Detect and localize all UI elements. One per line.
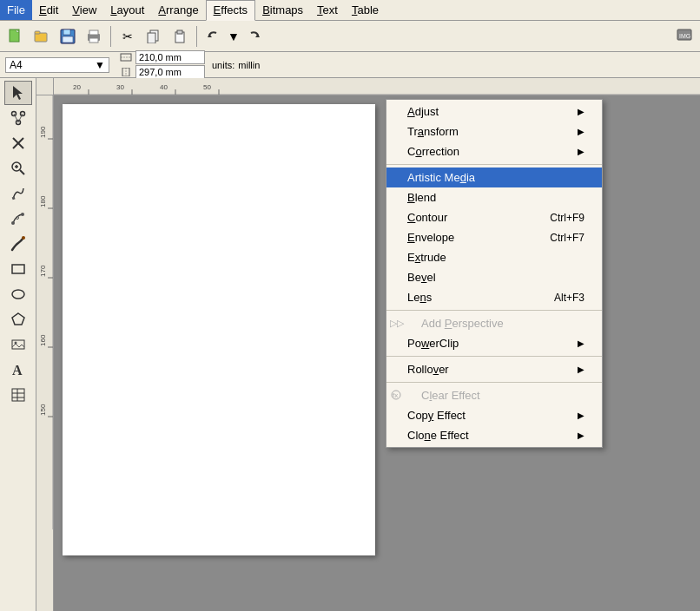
svg-marker-41 — [12, 313, 24, 325]
menu-table[interactable]: Table — [345, 0, 386, 20]
menu-item-blend[interactable]: Blend — [386, 187, 602, 207]
menu-item-clone-effect[interactable]: Clone Effect ▶ — [386, 425, 602, 445]
svg-rect-9 — [89, 38, 98, 43]
menu-item-copy-effect[interactable]: Copy Effect ▶ — [386, 405, 602, 425]
menu-item-add-perspective: ▷▷ Add Perspective — [386, 313, 602, 333]
print-button[interactable] — [82, 24, 106, 49]
menu-item-transform[interactable]: Transform ▶ — [386, 122, 602, 141]
svg-rect-5 — [63, 30, 70, 35]
save-button[interactable] — [56, 24, 80, 49]
tool-zoom[interactable] — [4, 156, 32, 181]
menu-separator-4 — [386, 382, 602, 383]
menu-item-envelope[interactable]: Envelope Ctrl+F7 — [386, 227, 602, 247]
toolbar-separator-2 — [196, 26, 197, 47]
svg-point-37 — [16, 217, 18, 220]
menu-item-powerclip[interactable]: PowerClip ▶ — [386, 333, 602, 353]
menu-text[interactable]: Text — [310, 0, 345, 20]
toolbar-separator-1 — [110, 26, 111, 47]
tool-polygon[interactable] — [4, 307, 32, 332]
svg-text:A: A — [12, 363, 23, 378]
svg-point-35 — [11, 221, 15, 225]
svg-rect-6 — [63, 36, 73, 43]
svg-text:160: 160 — [39, 334, 47, 346]
main-area: A 20 30 40 50 — [0, 78, 700, 611]
svg-rect-34 — [11, 196, 15, 200]
tool-table[interactable] — [4, 383, 32, 407]
tool-text[interactable]: A — [4, 358, 32, 382]
svg-rect-8 — [89, 30, 98, 35]
svg-text:IMG: IMG — [679, 33, 690, 39]
tool-nodes[interactable] — [4, 106, 32, 130]
tool-artistic[interactable] — [4, 232, 32, 256]
tool-pen[interactable] — [4, 207, 32, 231]
svg-marker-22 — [13, 86, 23, 100]
menu-view[interactable]: View — [65, 0, 103, 20]
clear-effect-icon: fx — [390, 389, 402, 403]
menu-item-rollover[interactable]: Rollover ▶ — [386, 359, 602, 379]
open-button[interactable] — [30, 24, 54, 49]
svg-rect-11 — [148, 33, 155, 43]
svg-rect-45 — [12, 389, 24, 401]
menu-bitmaps[interactable]: Bitmaps — [255, 0, 310, 20]
add-perspective-icon: ▷▷ — [390, 318, 404, 329]
svg-rect-39 — [12, 265, 24, 273]
tool-image[interactable] — [4, 332, 32, 357]
page-size-dropdown[interactable]: A4 ▼ — [5, 57, 109, 73]
svg-line-31 — [20, 170, 24, 174]
ruler-vertical: 190 180 170 160 150 — [36, 95, 54, 611]
menu-item-artistic-media[interactable]: Artistic Media — [386, 168, 602, 187]
menu-item-adjust[interactable]: Adjust ▶ — [386, 102, 602, 122]
svg-text:20: 20 — [73, 83, 81, 91]
menu-effects[interactable]: Effects — [206, 0, 256, 21]
svg-text:50: 50 — [203, 83, 211, 91]
svg-point-36 — [21, 213, 24, 216]
paste-button[interactable] — [168, 24, 192, 49]
page-dimensions — [120, 50, 205, 79]
menu-item-contour[interactable]: Contour Ctrl+F9 — [386, 207, 602, 227]
new-button[interactable] — [3, 24, 28, 49]
svg-rect-3 — [35, 31, 40, 34]
height-icon — [120, 68, 132, 76]
effects-dropdown-menu: Adjust ▶ Transform ▶ Correction ▶ Artist… — [386, 99, 603, 448]
tool-crop[interactable] — [4, 131, 32, 155]
menu-item-bevel[interactable]: Bevel — [386, 267, 602, 287]
width-icon — [120, 53, 132, 62]
import-button[interactable]: IMG — [672, 24, 697, 49]
page-height-input[interactable] — [135, 65, 205, 79]
menu-separator-1 — [386, 164, 602, 165]
menu-separator-2 — [386, 310, 602, 311]
svg-point-38 — [22, 236, 25, 240]
units-label: units: — [212, 60, 234, 70]
svg-text:40: 40 — [160, 83, 168, 91]
menu-item-extrude[interactable]: Extrude — [386, 247, 602, 267]
ruler-horizontal: 20 30 40 50 — [54, 78, 700, 95]
svg-text:190: 190 — [39, 126, 47, 138]
tool-rect[interactable] — [4, 257, 32, 281]
menu-edit[interactable]: Edit — [32, 0, 65, 20]
menu-item-clear-effect: fx Clear Effect — [386, 385, 602, 405]
menu-item-lens[interactable]: Lens Alt+F3 — [386, 287, 602, 307]
svg-text:30: 30 — [116, 83, 124, 91]
menu-item-correction[interactable]: Correction ▶ — [386, 141, 602, 161]
menu-arrange[interactable]: Arrange — [151, 0, 205, 20]
main-toolbar: ✂ ▼ IMG — [0, 21, 700, 52]
tool-ellipse[interactable] — [4, 282, 32, 306]
svg-rect-42 — [12, 340, 24, 349]
redo-button[interactable] — [241, 24, 266, 49]
svg-rect-13 — [177, 30, 182, 34]
menu-layout[interactable]: Layout — [103, 0, 151, 20]
property-bar: A4 ▼ units: millin — [0, 52, 700, 78]
copy-button[interactable] — [142, 24, 166, 49]
svg-point-40 — [12, 290, 24, 299]
undo-button[interactable] — [201, 24, 226, 49]
svg-text:150: 150 — [39, 404, 47, 416]
page-width-input[interactable] — [135, 50, 205, 64]
ruler-corner — [36, 78, 54, 95]
svg-text:fx: fx — [393, 391, 398, 399]
menu-file[interactable]: File — [0, 0, 32, 20]
tool-select[interactable] — [4, 81, 32, 105]
cut-button[interactable]: ✂ — [116, 24, 140, 49]
undo-dropdown[interactable]: ▼ — [228, 24, 240, 49]
units-value: millin — [238, 60, 260, 70]
tool-freehand[interactable] — [4, 181, 32, 206]
